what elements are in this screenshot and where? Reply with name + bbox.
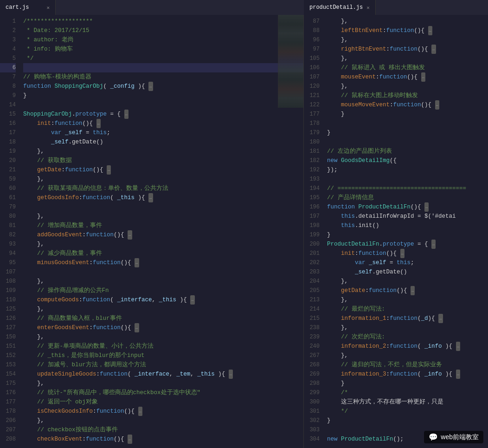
code-line: // 递归的写法，不烂，但是实际业务 bbox=[327, 360, 488, 370]
code-line: var _self = this; bbox=[327, 258, 488, 267]
tab-close-cart[interactable]: ✕ bbox=[46, 5, 50, 11]
fold-icon[interactable]: … bbox=[411, 286, 415, 295]
right-editor-pane: 8788969710510610712012112217717817918018… bbox=[304, 15, 488, 448]
right-code-area[interactable]: 8788969710510610712012112217717817918018… bbox=[304, 15, 488, 448]
code-line: // 鼠标在大图上移动时触发 bbox=[327, 91, 488, 100]
code-line: mouseEvent:function(){ … bbox=[327, 72, 488, 82]
line-number: 110 bbox=[0, 295, 16, 305]
line-number: 300 bbox=[304, 397, 320, 407]
tab-label-cart: cart.js bbox=[6, 4, 29, 11]
fold-icon[interactable]: … bbox=[128, 230, 132, 240]
line-number: 96 bbox=[304, 35, 320, 45]
tab-cart-js[interactable]: cart.js ✕ bbox=[0, 0, 56, 15]
line-number: 192 bbox=[304, 165, 320, 175]
fold-icon[interactable]: … bbox=[135, 258, 139, 267]
line-number: 206 bbox=[0, 416, 16, 425]
watermark-text: web前端教室 bbox=[441, 433, 479, 442]
line-number: 122 bbox=[304, 100, 320, 110]
right-code-content[interactable]: }, leftBtnEvent:function(){ … }, rightBt… bbox=[323, 15, 488, 448]
fold-icon[interactable]: … bbox=[428, 26, 432, 35]
line-number: 302 bbox=[304, 416, 320, 425]
code-line: */ bbox=[23, 54, 303, 63]
editor-container: cart.js ✕ productDetail.js ✕ 12345678914… bbox=[0, 0, 488, 448]
code-line bbox=[23, 100, 303, 110]
fold-icon[interactable]: … bbox=[424, 202, 429, 212]
fold-icon[interactable]: … bbox=[438, 314, 443, 323]
line-number: 16 bbox=[0, 119, 16, 128]
line-number: 17 bbox=[0, 128, 16, 137]
code-line: enterGoodsEvent:function(){ … bbox=[23, 323, 303, 332]
fold-icon[interactable]: … bbox=[124, 110, 128, 119]
line-number: 120 bbox=[304, 82, 320, 91]
code-line: }, bbox=[327, 82, 488, 91]
code-line: // 减少商品数量，事件 bbox=[23, 249, 303, 258]
line-number: 154 bbox=[0, 370, 16, 379]
code-line bbox=[23, 267, 303, 277]
line-number: 175 bbox=[0, 379, 16, 388]
code-line: }, bbox=[327, 351, 488, 360]
line-number: 213 bbox=[304, 295, 320, 305]
line-number: 208 bbox=[0, 435, 16, 444]
fold-icon[interactable]: … bbox=[431, 240, 436, 249]
line-number: 205 bbox=[304, 286, 320, 295]
line-number: 97 bbox=[304, 45, 320, 54]
code-line: }, bbox=[327, 295, 488, 305]
fold-icon[interactable]: … bbox=[456, 370, 460, 379]
code-line: // 加减号、blur方法，都调用这个方法 bbox=[23, 360, 303, 370]
line-number: 240 bbox=[304, 342, 320, 351]
line-number: 60 bbox=[0, 184, 16, 193]
line-number: 150 bbox=[0, 332, 16, 342]
code-line: getDate:function(){ … bbox=[327, 286, 488, 295]
code-line: * Date: 2017/12/15 bbox=[23, 26, 303, 35]
fold-icon[interactable]: … bbox=[400, 249, 405, 258]
code-line: function ShoppingCarObj( _config ){ … bbox=[23, 82, 303, 91]
line-number: 200 bbox=[304, 240, 320, 249]
line-number: 105 bbox=[304, 54, 320, 63]
line-number: 196 bbox=[304, 202, 320, 212]
fold-icon[interactable]: … bbox=[148, 82, 153, 91]
fold-icon[interactable]: … bbox=[229, 370, 233, 379]
code-line: // 获取某项商品的信息：单价、数量，公共方法 bbox=[23, 184, 303, 193]
code-line: // 增加商品数量，事件 bbox=[23, 221, 303, 230]
fold-icon[interactable]: … bbox=[135, 323, 139, 332]
fold-icon[interactable]: … bbox=[128, 435, 132, 444]
fold-icon[interactable]: … bbox=[456, 342, 460, 351]
fold-icon[interactable]: … bbox=[107, 165, 111, 175]
line-number: 268 bbox=[304, 360, 320, 370]
code-line: }, bbox=[23, 147, 303, 156]
fold-icon[interactable]: … bbox=[431, 45, 436, 54]
line-number: 177 bbox=[304, 110, 320, 119]
code-line: }, bbox=[327, 35, 488, 45]
left-code-content[interactable]: /******************* * Date: 2017/12/15 … bbox=[19, 15, 303, 448]
line-number: 203 bbox=[304, 267, 320, 277]
code-line: init:function(){ … bbox=[327, 249, 488, 258]
line-number: 197 bbox=[304, 212, 320, 221]
line-number: 198 bbox=[304, 221, 320, 230]
fold-icon[interactable]: … bbox=[148, 193, 153, 202]
code-line: _self.getDate() bbox=[327, 267, 488, 277]
tab-product-detail-js[interactable]: productDetail.js ✕ bbox=[304, 0, 376, 15]
code-line: // 更新-单项商品的数量、小计，公共方法 bbox=[23, 342, 303, 351]
fold-icon[interactable]: … bbox=[190, 295, 194, 305]
left-editor-pane: 1234567891415161718192021596061798081829… bbox=[0, 15, 304, 448]
line-number: 107 bbox=[0, 267, 16, 277]
line-number: 176 bbox=[0, 388, 16, 397]
code-line: }, bbox=[23, 305, 303, 314]
line-number: 179 bbox=[304, 128, 320, 137]
line-number: 202 bbox=[304, 258, 320, 267]
left-minimap bbox=[278, 15, 303, 108]
fold-icon[interactable]: … bbox=[435, 100, 439, 110]
line-number: 182 bbox=[304, 156, 320, 165]
code-line: } bbox=[327, 128, 488, 137]
code-line: _self.getDate() bbox=[23, 137, 303, 147]
tabs-left: cart.js ✕ bbox=[0, 0, 304, 15]
fold-icon[interactable]: … bbox=[138, 407, 142, 416]
tab-close-product[interactable]: ✕ bbox=[366, 5, 370, 11]
fold-icon[interactable]: … bbox=[421, 72, 425, 82]
line-number: 303 bbox=[304, 425, 320, 435]
line-number: 81 bbox=[0, 221, 16, 230]
left-code-area[interactable]: 1234567891415161718192021596061798081829… bbox=[0, 15, 303, 448]
fold-icon[interactable]: … bbox=[96, 119, 101, 128]
code-line: new GoodsDetailImg({ bbox=[327, 156, 488, 165]
code-line: this.detailInfoWrapId = $('#detai bbox=[327, 212, 488, 221]
